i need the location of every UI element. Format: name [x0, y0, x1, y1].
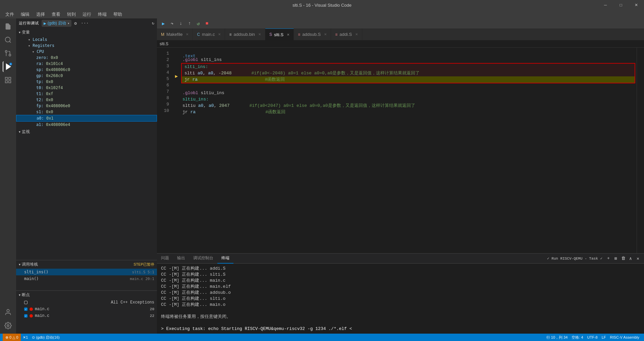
panel: 问题 输出 调试控制台 终端 ✓ Run RISCV-QEMU - Task ✓…	[157, 253, 644, 334]
activity-account[interactable]	[3, 307, 13, 318]
status-language[interactable]: RISC-V Assembly	[608, 334, 641, 341]
activity-settings[interactable]	[3, 320, 13, 331]
debug-gear-button[interactable]: ⚙	[73, 20, 78, 27]
reg-gp[interactable]: gp: 0x268c0	[16, 73, 157, 79]
debug-play-button[interactable]: ▶ (gdb) 启动 ▾	[42, 20, 71, 27]
reg-t0[interactable]: t0: 0x102f4	[16, 85, 157, 91]
tab-mainc-close[interactable]: ✕	[218, 32, 221, 36]
code-editor[interactable]: 1 2 3 4 5 6 7 8 9 10 ▶	[157, 48, 644, 253]
locals-header[interactable]: ▾ Locals	[16, 37, 157, 43]
callstack-header[interactable]: ▾ 调用堆栈 STEP已暂停	[16, 260, 157, 269]
activity-search[interactable]	[3, 35, 13, 45]
tab-mainc[interactable]: C main.c ✕	[193, 28, 225, 40]
panel-trash-button[interactable]: 🗑	[620, 255, 627, 262]
status-warnings[interactable]: ✕1	[21, 334, 30, 341]
status-encoding[interactable]: UTF-8	[585, 334, 600, 341]
panel-tab-debug[interactable]: 调试控制台	[189, 254, 217, 264]
cpu-header[interactable]: ▾ CPU	[16, 49, 157, 55]
close-button[interactable]: ✕	[629, 0, 644, 10]
reg-tp[interactable]: tp: 0x0	[16, 79, 157, 85]
status-debug-session[interactable]: ⊙ (gdb) 启动(16)	[30, 334, 61, 341]
tab-sltis-close[interactable]: ✕	[287, 33, 289, 37]
callstack-slti[interactable]: slti_ins() slti.S 5:1	[16, 269, 157, 275]
callstack-loc-main: main.c 20:1	[130, 277, 154, 281]
reg-t2[interactable]: t2: 0x0	[16, 97, 157, 103]
bp-main-22[interactable]: ✓ main.c 22	[16, 313, 157, 319]
status-debug-section[interactable]: ⊗ 0 △ 0	[3, 334, 21, 341]
terminal-line-9: 终端将被任务重用，按任意键关闭。	[161, 314, 640, 320]
menu-select[interactable]: 选择	[34, 11, 48, 18]
tab-makefile[interactable]: M Makefile ✕	[157, 28, 193, 40]
menu-help[interactable]: 帮助	[111, 11, 125, 18]
menu-terminal[interactable]: 终端	[95, 11, 109, 18]
debug-more-button[interactable]: ···	[79, 20, 90, 26]
activity-explorer[interactable]	[3, 21, 13, 32]
debug-refresh-button[interactable]: ↻	[152, 21, 154, 26]
menu-run[interactable]: 运行	[80, 11, 94, 18]
menu-file[interactable]: 文件	[3, 11, 17, 18]
panel-tab-output[interactable]: 输出	[173, 254, 189, 264]
debug-stepover-button[interactable]: ↷	[168, 20, 176, 27]
activity-extensions[interactable]	[3, 75, 13, 85]
terminal-line-1: CC -[M] 正在构建... addi.S	[161, 266, 640, 272]
breakpoints-section: ▾ 断点 All C++ Exceptions ✓ main.c 20 ✓ ma…	[16, 290, 157, 334]
task-label-text: ✓	[547, 257, 551, 261]
reg-s1[interactable]: s1: 0x0	[16, 109, 157, 115]
debug-continue-button[interactable]: ▶	[160, 20, 167, 27]
panel-tab-terminal[interactable]: 终端	[217, 254, 233, 264]
reg-sp[interactable]: sp: 0x408006c0	[16, 67, 157, 73]
sidebar-title: 运行和调试	[19, 21, 39, 26]
variables-header[interactable]: ▾ 变量	[16, 28, 157, 37]
menu-edit[interactable]: 编辑	[18, 11, 32, 18]
bp-main-20[interactable]: ✓ main.c 20	[16, 306, 157, 313]
tab-makefile-close[interactable]: ✕	[186, 32, 189, 36]
reg-zero[interactable]: zero: 0x0	[16, 55, 157, 61]
registers-header[interactable]: ▾ Registers	[16, 43, 157, 49]
breakpoints-header[interactable]: ▾ 断点	[16, 291, 157, 299]
tab-addsubs-icon: ≡	[298, 32, 300, 37]
debug-restart-button[interactable]: ↺	[195, 20, 202, 27]
panel-tab-problems[interactable]: 问题	[157, 254, 173, 264]
code-lines: .text .globl slti_ins slti_ins: slti a0,…	[180, 48, 637, 253]
reg-fp[interactable]: fp: 0x408006e0	[16, 103, 157, 109]
activity-git[interactable]	[3, 48, 13, 59]
bp-main-22-check[interactable]: ✓	[24, 314, 28, 318]
debug-config-chevron[interactable]: ▾	[67, 21, 69, 25]
panel-split-button[interactable]: ⊞	[612, 255, 619, 262]
status-line-ending[interactable]: LF	[600, 334, 608, 341]
menu-view[interactable]: 查看	[49, 11, 63, 18]
tab-addsubs[interactable]: ≡ addsub.S ✕	[294, 28, 331, 40]
tab-addis-close[interactable]: ✕	[355, 32, 358, 36]
callstack-main[interactable]: main() main.c 20:1	[16, 275, 157, 282]
debug-stop-button[interactable]: ■	[203, 20, 211, 27]
bp-all-cpp[interactable]: All C++ Exceptions	[16, 299, 157, 306]
maximize-button[interactable]: □	[613, 0, 629, 10]
bp-all-cpp-check[interactable]	[24, 301, 28, 304]
reg-a0[interactable]: a0: 0x1	[16, 115, 157, 122]
tab-addis[interactable]: ≡ addi.S ✕	[331, 28, 362, 40]
tab-sltis[interactable]: S slti.S ✕	[265, 28, 294, 40]
tab-addsubb-close[interactable]: ✕	[258, 32, 261, 36]
reg-ra[interactable]: ra: 0x101c4	[16, 61, 157, 67]
terminal-content[interactable]: CC -[M] 正在构建... addi.S CC -[M] 正在构建... s…	[157, 264, 644, 334]
menu-goto[interactable]: 转到	[64, 11, 78, 18]
status-spaces[interactable]: 空格: 4	[570, 334, 585, 341]
bp-main-20-check[interactable]: ✓	[24, 308, 28, 311]
panel-maximize-button[interactable]: ∧	[627, 255, 634, 262]
debug-stepin-button[interactable]: ↓	[177, 20, 184, 27]
debug-stepout-button[interactable]: ↑	[186, 20, 193, 27]
reg-t1[interactable]: t1: 0xf	[16, 91, 157, 97]
editor-scrollbar[interactable]	[640, 48, 644, 253]
activity-debug[interactable]: 1	[3, 61, 13, 72]
tab-addsubb-label: addsub.bin	[233, 32, 255, 37]
tab-addsubb[interactable]: ≡ addsub.bin ✕	[225, 28, 265, 40]
code-line-1: .text	[180, 50, 637, 57]
reg-a1[interactable]: a1: 0x408006e4	[16, 122, 157, 128]
panel-close-button[interactable]: ✕	[635, 255, 641, 262]
status-line-col[interactable]: 行 10，列 34	[544, 334, 570, 341]
bp-main-20-label: main.c	[35, 307, 49, 312]
panel-plus-button[interactable]: +	[605, 255, 612, 262]
watch-header[interactable]: ▾ 监视	[16, 128, 157, 136]
minimize-button[interactable]: ─	[598, 0, 613, 10]
tab-addsubs-close[interactable]: ✕	[324, 32, 327, 36]
